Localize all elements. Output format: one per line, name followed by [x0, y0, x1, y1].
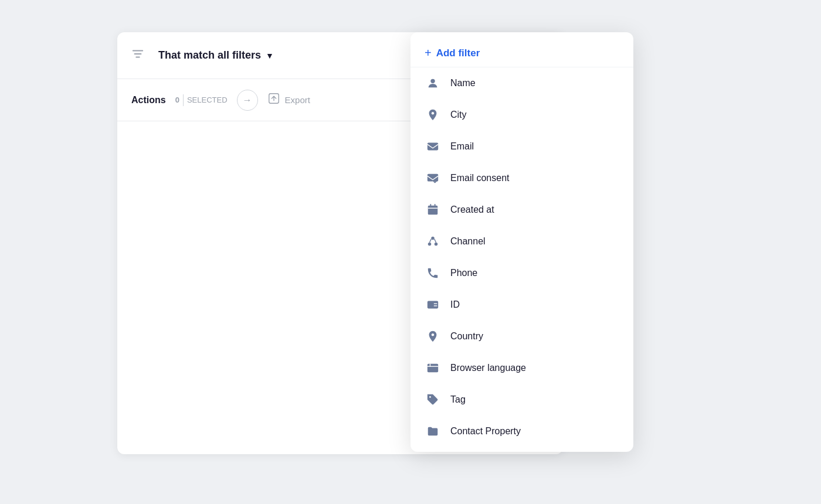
- browser-icon: [425, 360, 441, 376]
- svg-point-14: [430, 304, 433, 307]
- next-arrow-button[interactable]: →: [237, 90, 258, 111]
- export-label: Export: [285, 95, 310, 105]
- filter-option-name[interactable]: Name: [410, 67, 633, 99]
- filter-option-email[interactable]: Email: [410, 131, 633, 162]
- svg-line-11: [430, 239, 432, 243]
- phone-icon: [425, 265, 441, 281]
- filter-option-channel-label: Channel: [450, 236, 486, 247]
- tag-icon: [425, 391, 441, 408]
- filter-dropdown-menu: + Add filter Name City Email Email conse…: [410, 32, 633, 452]
- svg-point-4: [430, 79, 435, 83]
- filter-option-email-consent-label: Email consent: [450, 173, 510, 183]
- filter-option-created-at-label: Created at: [450, 205, 494, 215]
- person-icon: [425, 75, 441, 91]
- filter-option-contact-property[interactable]: Contact Property: [410, 416, 633, 447]
- calendar-icon: [425, 202, 441, 218]
- filter-option-id-label: ID: [450, 299, 460, 310]
- filter-lines-icon: [131, 47, 144, 63]
- filter-option-name-label: Name: [450, 78, 476, 88]
- filter-option-tag[interactable]: Tag: [410, 384, 633, 416]
- filter-option-browser-language-label: Browser language: [450, 363, 526, 373]
- location-icon: [425, 107, 441, 123]
- filter-option-id[interactable]: ID: [410, 289, 633, 321]
- email-icon: [425, 138, 441, 155]
- channel-icon: [425, 233, 441, 250]
- filter-option-channel[interactable]: Channel: [410, 226, 633, 257]
- filter-option-country[interactable]: Country: [410, 321, 633, 352]
- svg-rect-17: [428, 364, 438, 373]
- filter-option-tag-label: Tag: [450, 394, 466, 405]
- svg-point-10: [431, 237, 435, 240]
- svg-point-9: [435, 243, 438, 246]
- selected-label: SELECTED: [187, 96, 228, 104]
- filter-option-email-label: Email: [450, 141, 474, 152]
- filter-option-phone-label: Phone: [450, 268, 477, 278]
- filter-option-browser-language[interactable]: Browser language: [410, 352, 633, 384]
- svg-point-8: [428, 243, 432, 246]
- chevron-down-icon: ▼: [266, 51, 274, 60]
- filter-option-city-label: City: [450, 110, 467, 120]
- export-icon: [267, 92, 280, 108]
- id-card-icon: [425, 297, 441, 313]
- filter-option-created-at[interactable]: Created at: [410, 194, 633, 226]
- filter-option-email-consent[interactable]: Email consent: [410, 162, 633, 194]
- svg-rect-7: [428, 206, 438, 215]
- filter-option-city[interactable]: City: [410, 99, 633, 131]
- svg-rect-5: [428, 143, 438, 151]
- filter-option-contact-property-label: Contact Property: [450, 426, 521, 437]
- match-filter-dropdown[interactable]: That match all filters ▼: [151, 45, 281, 66]
- add-filter-label: Add filter: [436, 47, 480, 59]
- country-icon: [425, 328, 441, 345]
- svg-line-12: [435, 239, 436, 243]
- selected-count: 0: [175, 96, 179, 104]
- divider: [183, 94, 184, 106]
- filter-option-phone[interactable]: Phone: [410, 257, 633, 289]
- plus-icon: +: [425, 46, 432, 60]
- filter-option-country-label: Country: [450, 331, 483, 342]
- email-check-icon: [425, 170, 441, 186]
- actions-label: Actions: [131, 95, 166, 105]
- selected-badge: 0 SELECTED: [175, 94, 228, 106]
- match-filter-label: That match all filters: [158, 49, 261, 62]
- add-filter-header[interactable]: + Add filter: [410, 37, 633, 67]
- export-button[interactable]: Export: [267, 92, 310, 108]
- folder-icon: [425, 423, 441, 440]
- svg-rect-13: [428, 301, 438, 309]
- svg-point-20: [429, 396, 431, 398]
